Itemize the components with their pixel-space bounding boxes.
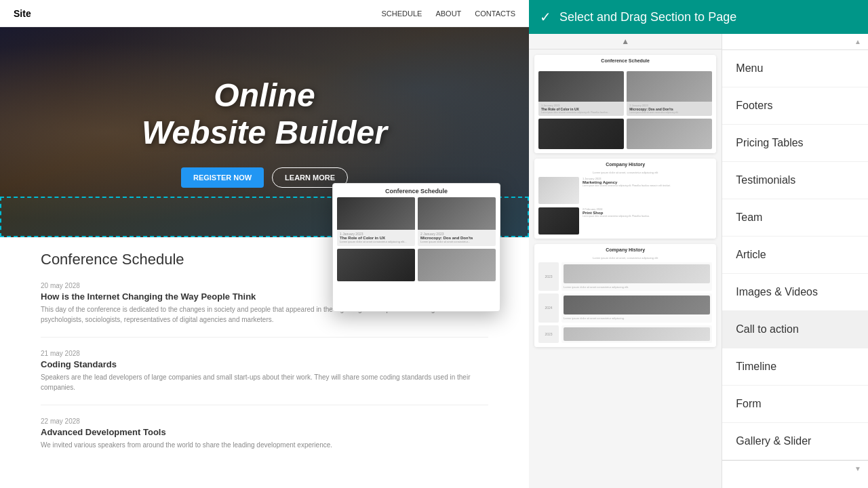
left-panel: Site SCHEDULE ABOUT CONTACTS Online Webs… [0,0,529,488]
thumb-history1-title: Company History [534,159,716,168]
thumb-card-history1[interactable]: Company History Lorem ipsum dolor sit am… [534,159,716,239]
labels-scroll-down[interactable]: ▼ [722,460,868,476]
nav-schedule[interactable]: SCHEDULE [382,9,422,18]
thumb-card-history2[interactable]: Company History Lorem ipsum dolor sit am… [534,244,716,346]
hero-title: Online Website Builder [142,77,387,151]
label-team[interactable]: Team [722,199,868,237]
label-article[interactable]: Article [722,237,868,274]
scroll-up-area: ▲ [529,34,722,49]
top-bar-title: Select and Drag Section to Page [559,10,736,24]
schedule-title-3: Advanced Development Tools [41,427,488,437]
divider-1 [41,337,488,338]
dragged-section-card[interactable]: Conference Schedule 1 January 2023 The R… [332,183,500,312]
dragged-card-img-2 [418,197,496,230]
dragged-card-item-2: 2 January 2023 Microcopy: Dos and Don'ts… [418,197,496,246]
label-menu[interactable]: Menu [722,50,868,87]
label-pricing-tables[interactable]: Pricing Tables [722,125,868,162]
label-images-videos[interactable]: Images & Videos [722,274,868,311]
thumb-history2-title: Company History [534,244,716,253]
label-timeline[interactable]: Timeline [722,348,868,386]
top-bar: ✓ Select and Drag Section to Page [529,0,868,34]
thumbnails-area: ▲ Conference Schedule 1 January 2023 The… [529,34,722,488]
dragged-img-4 [418,249,496,281]
label-call-to-action[interactable]: Call to action [722,311,868,348]
thumb-sched-card-2: 2 January 2023 Microcopy: Dos and Don'ts… [627,71,712,116]
schedule-date-2: 21 may 2028 [41,350,488,357]
label-testimonials[interactable]: Testimonials [722,162,868,199]
dragged-card-item: 1 January 2023 The Role of Color in UX L… [337,197,415,246]
labels-scroll-up[interactable]: ▲ [722,34,868,50]
dragged-card-grid: 1 January 2023 The Role of Color in UX L… [333,197,500,246]
site-header: Site SCHEDULE ABOUT CONTACTS [0,0,529,27]
site-logo: Site [14,8,31,19]
divider-2 [41,405,488,405]
thumb-card-schedule-title: Conference Schedule [534,55,716,66]
label-form[interactable]: Form [722,386,868,423]
nav-contacts[interactable]: CONTACTS [475,9,515,18]
schedule-title-2: Coding Standards [41,359,488,369]
site-nav[interactable]: SCHEDULE ABOUT CONTACTS [382,9,516,18]
dragged-card-body-2: Lorem ipsum dolor sit amet consectetur..… [420,240,493,244]
hero-buttons: REGISTER NOW LEARN MORE [181,167,348,188]
schedule-desc-2: Speakers are the lead developers of larg… [41,372,488,392]
labels-column: ▲ Menu Footers Pricing Tables Testimonia… [722,34,868,488]
label-footers[interactable]: Footers [722,87,868,125]
right-panel: ▲ Conference Schedule 1 January 2023 The… [529,0,868,488]
schedule-desc-3: We invited various speakers from around … [41,440,488,450]
dragged-img-3 [337,249,415,281]
label-gallery-slider[interactable]: Gallery & Slider [722,423,868,460]
schedule-item-3: 22 may 2028 Advanced Development Tools W… [41,418,488,450]
dragged-card-img-1 [337,197,415,230]
dragged-card-body-1: Lorem ipsum dolor sit amet consectetur a… [340,240,412,244]
schedule-item-2: 21 may 2028 Coding Standards Speakers ar… [41,350,488,392]
nav-about[interactable]: ABOUT [435,9,461,18]
thumbnails-scroll[interactable]: Conference Schedule 1 January 2023 The R… [529,49,722,488]
thumb-sched-card-1: 1 January 2023 The Role of Color in UX L… [538,71,624,116]
dragged-card-title: Conference Schedule [333,184,500,197]
register-button[interactable]: REGISTER NOW [181,167,264,188]
schedule-date-3: 22 may 2028 [41,418,488,425]
thumb-card-schedule[interactable]: Conference Schedule 1 January 2023 The R… [534,55,716,153]
scroll-up-button[interactable]: ▲ [621,37,629,46]
check-icon: ✓ [540,9,551,25]
